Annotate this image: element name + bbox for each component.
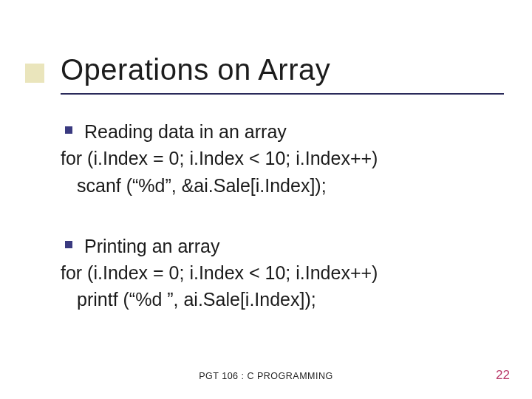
section1-code-line2: scanf (“%d”, &ai.Sale[i.Index]); xyxy=(61,172,504,199)
bullet-2-heading: Printing an array xyxy=(84,236,219,256)
bullet-icon xyxy=(65,241,72,248)
section2-code-line1: for (i.Index = 0; i.Index < 10; i.Index+… xyxy=(61,259,504,286)
section1-code-line1: for (i.Index = 0; i.Index < 10; i.Index+… xyxy=(61,145,504,171)
bullet-1-heading: Reading data in an array xyxy=(84,121,287,142)
footer-text: PGT 106 : C PROGRAMMING xyxy=(0,371,532,381)
slide-title: Operations on Array xyxy=(61,53,330,86)
spacer xyxy=(61,199,504,233)
section2-code-line2: printf (“%d ”, ai.Sale[i.Index]); xyxy=(61,286,504,313)
title-underline xyxy=(61,93,504,95)
slide-body: Reading data in an array for (i.Index = … xyxy=(61,118,504,313)
accent-square xyxy=(25,64,44,83)
bullet-icon xyxy=(65,126,72,134)
page-number: 22 xyxy=(496,368,510,383)
bullet-item-1: Reading data in an array xyxy=(61,118,504,145)
bullet-item-2: Printing an array xyxy=(61,233,504,259)
